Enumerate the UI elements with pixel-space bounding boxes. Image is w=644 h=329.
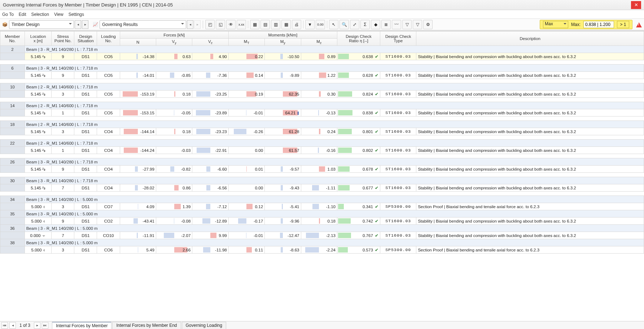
funnel-1-icon[interactable]: ▽: [402, 20, 412, 29]
menu-selection[interactable]: Selection: [31, 12, 49, 17]
funnel-2-icon[interactable]: ▽: [413, 20, 422, 29]
table-3-icon[interactable]: ▥: [271, 20, 280, 29]
xxx-icon[interactable]: x.xx: [237, 20, 246, 29]
layers-icon[interactable]: ≣: [381, 20, 391, 29]
max-value-input[interactable]: [583, 21, 614, 28]
select-window-icon[interactable]: ◰: [205, 20, 215, 29]
print-icon[interactable]: 🖨: [292, 20, 301, 29]
sigma-icon[interactable]: Σ: [360, 20, 370, 29]
window-title: Governing Internal Forces by Member | Ti…: [3, 2, 173, 8]
menu-edit[interactable]: Edit: [19, 12, 26, 17]
search-icon[interactable]: 🔍: [339, 20, 349, 29]
menu-view[interactable]: View: [54, 12, 63, 17]
results-next-button[interactable]: ▸: [194, 20, 201, 29]
results-dropdown[interactable]: Governing Results: [100, 20, 186, 29]
results-prev-button[interactable]: ◂: [187, 20, 193, 29]
design-prev-button[interactable]: ◂: [75, 20, 81, 29]
design-next-button[interactable]: ▸: [82, 20, 88, 29]
max-mode-dropdown[interactable]: Max: [543, 21, 568, 28]
colors-icon[interactable]: ◆: [371, 20, 380, 29]
table-2-icon[interactable]: ▤: [260, 20, 270, 29]
max-label: Max:: [571, 22, 581, 27]
warning-icon[interactable]: [636, 22, 642, 27]
settings-icon[interactable]: ⚙: [423, 20, 433, 29]
zoom-fit-icon[interactable]: ⤢: [350, 20, 359, 29]
palette-icon[interactable]: ▦: [281, 20, 291, 29]
select-crossing-icon[interactable]: ◱: [216, 20, 225, 29]
menu-settings[interactable]: Settings: [69, 12, 84, 17]
design-dropdown[interactable]: Timber Design: [9, 20, 74, 29]
max-zone: Max Max: > 1: [540, 20, 632, 29]
results-dropdown-value: Governing Results: [102, 22, 138, 27]
decimal-icon[interactable]: 0.00: [316, 20, 325, 29]
design-dropdown-value: Timber Design: [12, 22, 40, 27]
results-icon: 📈: [93, 22, 98, 27]
eye-icon[interactable]: 👁: [226, 20, 236, 29]
menu-bar: Go ToEditSelectionViewSettings: [0, 10, 644, 19]
arrow-cursor-icon[interactable]: ↖: [329, 20, 338, 29]
filter-icon[interactable]: ▼: [305, 20, 315, 29]
table-1-icon[interactable]: ▦: [250, 20, 259, 29]
close-button[interactable]: ✕: [631, 1, 641, 9]
gt-one-button[interactable]: > 1: [617, 21, 629, 28]
wave-icon[interactable]: 〰: [392, 20, 401, 29]
title-bar: Governing Internal Forces by Member | Ti…: [0, 0, 644, 10]
toolbar: 📦 Timber Design ◂ ▸ 📈 Governing Results …: [0, 19, 644, 30]
menu-go-to[interactable]: Go To: [2, 12, 14, 17]
design-icon: 📦: [2, 22, 8, 27]
